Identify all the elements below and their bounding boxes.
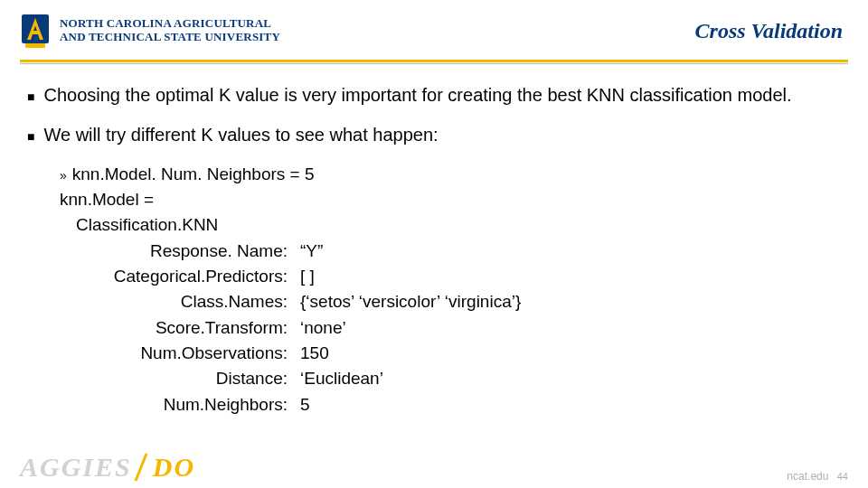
divider-gold [20, 60, 848, 62]
slide-footer: AGGIES DO ncat.edu 44 [20, 452, 848, 483]
square-bullet-icon: ■ [27, 124, 34, 149]
property-list: Response. Name: “Y” Categorical.Predicto… [60, 240, 848, 416]
university-name-line2: AND TECHNICAL STATE UNIVERSITY [60, 31, 280, 44]
prop-value: [ ] [300, 266, 848, 287]
slide-content: ■ Choosing the optimal K value is very i… [0, 64, 868, 416]
university-name-line1: NORTH CAROLINA AGRICULTURAL [60, 17, 280, 31]
prop-value: ‘none’ [300, 317, 848, 339]
prop-label: Score.Transform: [60, 317, 288, 339]
bullet-text: Choosing the optimal K value is very imp… [43, 84, 848, 109]
prop-label: Class.Names: [60, 291, 288, 313]
slide-header: NORTH CAROLINA AGRICULTURAL AND TECHNICA… [0, 0, 868, 56]
bullet-text: We will try different K values to see wh… [43, 124, 848, 149]
prop-value: 5 [300, 394, 848, 416]
code-block: » knn.Model. Num. Neighbors = 5 knn.Mode… [27, 164, 848, 416]
prop-label: Num.Observations: [60, 343, 288, 364]
prop-value: {‘setos’ ‘versicolor’ ‘virginica’} [300, 291, 848, 313]
square-bullet-icon: ■ [27, 84, 34, 109]
bullet-item: ■ We will try different K values to see … [27, 124, 848, 149]
prop-label: Response. Name: [60, 240, 288, 262]
svg-rect-1 [25, 43, 45, 48]
prop-label: Distance: [60, 368, 288, 389]
svg-line-2 [136, 454, 146, 481]
aggie-logo-icon [20, 11, 51, 51]
footer-right: ncat.edu 44 [787, 470, 848, 483]
bullet-item: ■ Choosing the optimal K value is very i… [27, 84, 848, 109]
university-name: NORTH CAROLINA AGRICULTURAL AND TECHNICA… [60, 17, 280, 44]
prop-value: ‘Euclidean’ [300, 368, 848, 389]
page-number: 44 [837, 471, 848, 482]
university-lockup: NORTH CAROLINA AGRICULTURAL AND TECHNICA… [20, 11, 280, 51]
watermark-right: DO [153, 452, 195, 483]
code-command-line: » knn.Model. Num. Neighbors = 5 [60, 164, 848, 187]
watermark-left: AGGIES [20, 452, 132, 483]
footer-site: ncat.edu [787, 470, 828, 483]
slash-icon [132, 452, 150, 483]
code-class-name: Classification.KNN [60, 214, 848, 236]
prop-label: Num.Neighbors: [60, 394, 288, 416]
prop-value: 150 [300, 343, 848, 364]
code-object-header: knn.Model = [60, 189, 848, 211]
chevron-bullet-icon: » [60, 164, 67, 187]
prop-value: “Y” [300, 240, 848, 262]
code-command: knn.Model. Num. Neighbors = 5 [72, 164, 315, 187]
prop-label: Categorical.Predictors: [60, 266, 288, 287]
aggies-watermark: AGGIES DO [20, 452, 195, 483]
slide: NORTH CAROLINA AGRICULTURAL AND TECHNICA… [0, 0, 868, 488]
slide-title: Cross Validation [280, 19, 848, 43]
